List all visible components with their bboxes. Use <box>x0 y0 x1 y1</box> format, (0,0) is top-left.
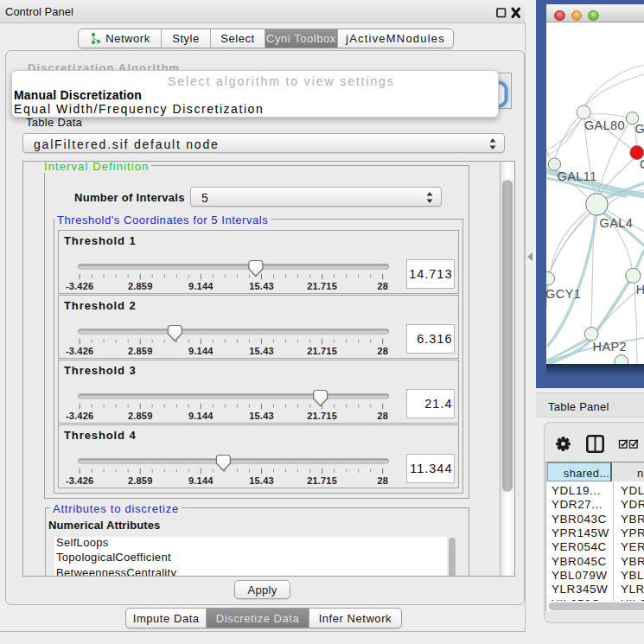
svg-text:2.859: 2.859 <box>128 411 153 421</box>
svg-text:2.859: 2.859 <box>128 346 153 356</box>
svg-text:C: C <box>640 157 644 171</box>
svg-text:15.43: 15.43 <box>249 411 274 421</box>
svg-text:21.715: 21.715 <box>307 346 337 356</box>
svg-text:9.144: 9.144 <box>188 411 214 421</box>
svg-text:15.43: 15.43 <box>249 346 274 356</box>
svg-text:GAL80: GAL80 <box>584 118 625 132</box>
svg-text:2.859: 2.859 <box>128 475 153 486</box>
svg-text:21.715: 21.715 <box>307 411 337 421</box>
svg-text:GCY1: GCY1 <box>546 287 581 301</box>
svg-text:HAP2: HAP2 <box>593 340 627 354</box>
svg-text:28: 28 <box>377 346 388 356</box>
svg-text:GAL11: GAL11 <box>558 169 597 183</box>
svg-text:15.43: 15.43 <box>249 475 274 486</box>
svg-text:9.144: 9.144 <box>188 281 214 291</box>
svg-text:15.43: 15.43 <box>249 281 274 291</box>
svg-text:28: 28 <box>377 281 388 291</box>
svg-text:21.715: 21.715 <box>307 281 337 291</box>
svg-text:GAL4: GAL4 <box>600 216 634 230</box>
svg-text:H: H <box>636 283 644 296</box>
svg-text:9.144: 9.144 <box>188 346 214 356</box>
svg-text:-3.426: -3.426 <box>66 346 93 356</box>
svg-text:28: 28 <box>377 411 388 421</box>
svg-text:-3.426: -3.426 <box>66 281 93 291</box>
svg-text:21.715: 21.715 <box>307 475 337 486</box>
svg-text:28: 28 <box>377 475 388 486</box>
svg-text:GA: GA <box>634 122 644 136</box>
svg-text:-3.426: -3.426 <box>66 411 93 421</box>
svg-text:-3.426: -3.426 <box>66 475 93 486</box>
svg-text:9.144: 9.144 <box>188 475 214 486</box>
svg-text:2.859: 2.859 <box>128 281 153 291</box>
